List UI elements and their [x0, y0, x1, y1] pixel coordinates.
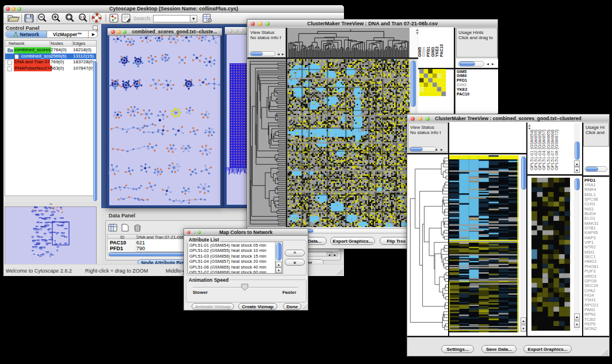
svg-text:GPL51-08 (GSM872): GPL51-08 (GSM872) [554, 129, 559, 170]
svg-text:MON2: MON2 [584, 326, 597, 331]
